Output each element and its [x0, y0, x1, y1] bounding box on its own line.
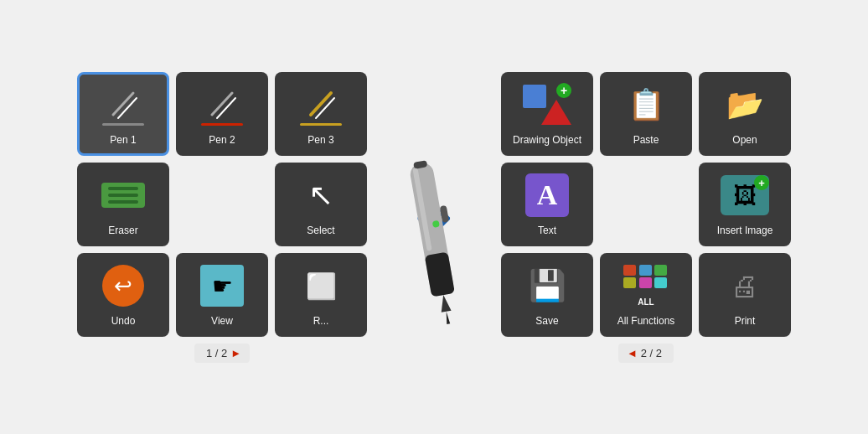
pen1-label: Pen 1	[110, 134, 136, 146]
save-floppy-icon: 💾	[529, 268, 566, 303]
eraser-line-3	[108, 200, 138, 204]
left-panel: Pen 1 Pen 2	[77, 72, 367, 363]
all-functions-icon-area: ALL	[619, 261, 673, 310]
view-label: View	[211, 315, 233, 327]
save-icon-area: 💾	[520, 261, 574, 310]
all-functions-icon: ALL	[623, 265, 669, 307]
eraser-icon	[101, 183, 145, 208]
stylus-placeholder	[176, 163, 268, 246]
af-grid	[623, 265, 669, 288]
insert-image-icon-area: 🖼 +	[718, 171, 772, 220]
print-icon: 🖨	[731, 270, 759, 302]
image-inner-icon: 🖼	[733, 182, 757, 209]
paste-icon: 📋	[628, 87, 665, 122]
tool-undo-button[interactable]: ↩ Undo	[77, 253, 169, 337]
pen1-line	[102, 123, 144, 126]
tool-recall-button[interactable]: ⬜ R...	[275, 253, 367, 337]
tool-pen1-button[interactable]: Pen 1	[77, 72, 169, 156]
tool-text-button[interactable]: A Text	[501, 163, 593, 246]
pen3-svg	[304, 88, 338, 120]
drawing-object-label: Drawing Object	[513, 134, 581, 146]
pen1-icon	[98, 84, 148, 126]
save-label: Save	[535, 315, 558, 327]
svg-marker-8	[438, 294, 451, 313]
undo-icon: ↩	[102, 265, 144, 307]
view-icon-area: ☛	[195, 261, 249, 310]
text-icon-area: A	[520, 171, 574, 220]
undo-label: Undo	[111, 315, 136, 327]
tool-all-functions-button[interactable]: ALL All Functions	[600, 253, 692, 337]
insert-image-icon: 🖼 +	[721, 175, 769, 215]
pen1-svg	[106, 88, 140, 120]
open-folder-icon: 📂	[726, 87, 764, 122]
recall-icon-area: ⬜	[294, 261, 348, 310]
recall-icon: ⬜	[306, 271, 337, 301]
pen1-icon-area	[96, 80, 150, 129]
tool-print-button[interactable]: 🖨 Print	[699, 253, 791, 337]
af-cell-4	[623, 277, 636, 288]
insert-image-plus-icon: +	[754, 175, 769, 190]
paste-label: Paste	[633, 134, 659, 146]
af-cell-5	[639, 277, 652, 288]
tool-select-button[interactable]: ↖ Select	[275, 163, 367, 246]
drawing-object-icon-area: +	[520, 80, 574, 129]
tool-pen2-button[interactable]: Pen 2	[176, 72, 268, 156]
eraser-lines	[108, 187, 138, 204]
left-grid-container: Pen 1 Pen 2	[77, 72, 367, 337]
drawing-object-icon: +	[521, 83, 573, 127]
svg-rect-7	[425, 251, 455, 297]
right-prev-arrow[interactable]: ◄	[627, 347, 638, 359]
view-icon: ☛	[200, 265, 244, 307]
left-tool-grid: Pen 1 Pen 2	[77, 72, 367, 337]
eraser-line-2	[108, 194, 138, 197]
tool-eraser-button[interactable]: Eraser	[77, 163, 169, 246]
tool-pen3-button[interactable]: Pen 3	[275, 72, 367, 156]
recall-label: R...	[313, 315, 329, 327]
af-cell-2	[639, 265, 652, 276]
pen2-svg	[205, 88, 239, 120]
pen3-icon-area	[294, 80, 348, 129]
tool-paste-button[interactable]: 📋 Paste	[600, 72, 692, 156]
eraser-label: Eraser	[108, 225, 137, 236]
tool-save-button[interactable]: 💾 Save	[501, 253, 593, 337]
svg-marker-9	[445, 311, 451, 323]
print-icon-area: 🖨	[718, 261, 772, 310]
open-icon-area: 📂	[718, 80, 772, 129]
paste-icon-area: 📋	[619, 80, 673, 129]
right-tool-grid: + Drawing Object 📋 Paste 📂 Open	[501, 72, 791, 337]
center-area: ⇔	[384, 195, 484, 239]
do-triangle	[541, 100, 571, 125]
pen2-label: Pen 2	[209, 134, 235, 146]
text-icon: A	[525, 173, 569, 217]
af-cell-3	[654, 265, 667, 276]
pen3-icon	[296, 84, 346, 126]
right-page-text: 2 / 2	[641, 347, 662, 359]
select-label: Select	[307, 225, 334, 236]
tool-insert-image-button[interactable]: 🖼 + Insert Image	[699, 163, 791, 246]
pen2-line	[201, 123, 243, 126]
right-panel: + Drawing Object 📋 Paste 📂 Open	[501, 72, 791, 363]
tool-drawing-object-button[interactable]: + Drawing Object	[501, 72, 593, 156]
left-next-arrow[interactable]: ►	[230, 347, 241, 359]
text-label: Text	[538, 225, 556, 236]
af-cell-6	[654, 277, 667, 288]
insert-image-label: Insert Image	[717, 225, 773, 236]
tool-open-button[interactable]: 📂 Open	[699, 72, 791, 156]
af-cell-1	[623, 265, 636, 276]
print-label: Print	[735, 315, 756, 327]
open-label: Open	[732, 134, 757, 146]
pen2-icon-area	[195, 80, 249, 129]
all-functions-label: All Functions	[617, 315, 675, 327]
right-pagination: ◄ 2 / 2	[618, 344, 674, 363]
do-plus-icon: +	[556, 83, 571, 98]
select-icon-area: ↖	[294, 171, 348, 220]
eraser-line-1	[108, 187, 138, 190]
stylus-svg	[381, 140, 488, 334]
pen3-line	[300, 123, 342, 126]
left-page-text: 1 / 2	[206, 347, 227, 359]
left-pagination: 1 / 2 ►	[194, 344, 250, 363]
eraser-icon-area	[96, 171, 150, 220]
tool-view-button[interactable]: ☛ View	[176, 253, 268, 337]
af-all-label: ALL	[638, 297, 654, 307]
pen3-label: Pen 3	[307, 134, 333, 146]
